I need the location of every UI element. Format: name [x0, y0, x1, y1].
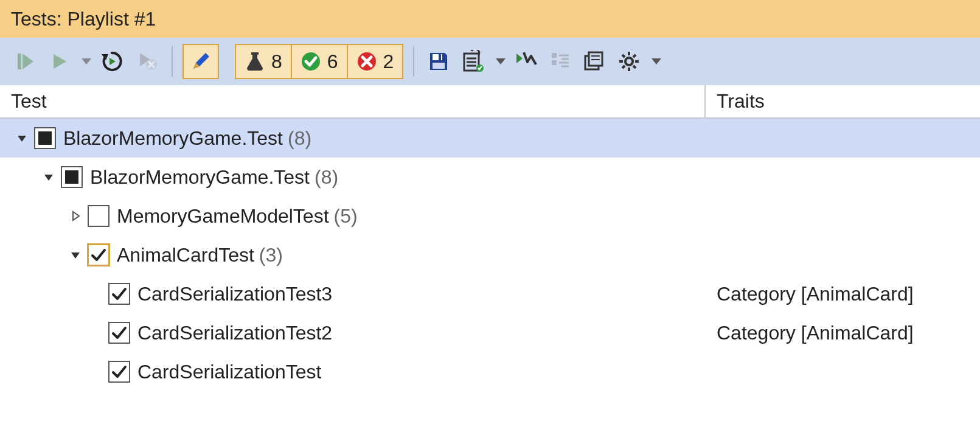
tree-node-count: (5)	[334, 205, 358, 228]
test-count-bar: 8 6 2	[235, 44, 403, 79]
tree-node-count: (8)	[288, 127, 311, 150]
save-playlist-button[interactable]	[424, 46, 453, 77]
tree-node-count: (8)	[315, 166, 338, 189]
svg-point-13	[625, 58, 633, 65]
tree-node-count: (3)	[259, 244, 283, 266]
tree-row-test[interactable]: CardSerializationTest2 Category [AnimalC…	[0, 313, 980, 352]
column-header-test[interactable]: Test	[0, 85, 706, 117]
trait-label: Category [AnimalCard]	[717, 322, 914, 344]
tree-node-label: MemoryGameModelTest	[117, 205, 329, 228]
tree-node-label: CardSerializationTest2	[137, 322, 332, 344]
tree-node-label: AnimalCardTest	[117, 244, 254, 266]
svg-rect-1	[251, 52, 259, 55]
tree-row-group[interactable]: AnimalCardTest (3)	[0, 235, 980, 274]
column-header-test-label: Test	[11, 90, 47, 113]
group-by-button[interactable]	[546, 46, 575, 77]
tree-row-namespace[interactable]: BlazorMemoryGame.Test (8)	[0, 158, 980, 197]
window-title: Tests: Playlist #1	[11, 8, 156, 30]
playlist-button[interactable]	[458, 46, 488, 77]
total-count: 8	[271, 50, 282, 73]
test-tree: BlazorMemoryGame.Test (8) BlazorMemoryGa…	[0, 119, 980, 391]
tree-row-test[interactable]: CardSerializationTest3 Category [AnimalC…	[0, 274, 980, 313]
column-header-traits-label: Traits	[717, 90, 765, 113]
columns-button[interactable]	[580, 46, 609, 77]
tree-row-group[interactable]: MemoryGameModelTest (5)	[0, 197, 980, 235]
tree-node-label: BlazorMemoryGame.Test	[63, 127, 283, 150]
tree-row-root[interactable]: BlazorMemoryGame.Test (8)	[0, 119, 980, 158]
total-tests-filter[interactable]: 8	[235, 44, 292, 79]
toolbar: 8 6 2	[0, 38, 980, 85]
repeat-last-run-button[interactable]	[96, 46, 128, 77]
svg-rect-10	[552, 60, 557, 65]
toolbar-separator	[172, 46, 173, 77]
settings-dropdown-caret[interactable]	[652, 58, 661, 64]
expander-collapsed-icon[interactable]	[68, 209, 83, 223]
checkbox-indeterminate[interactable]	[34, 127, 56, 149]
column-header-traits[interactable]: Traits	[706, 85, 980, 117]
run-all-in-view-button[interactable]	[11, 46, 40, 77]
edit-playlist-button[interactable]	[182, 44, 219, 79]
playlist-dropdown-caret[interactable]	[496, 58, 506, 64]
expander-icon[interactable]	[15, 131, 29, 145]
run-profiler-button[interactable]	[510, 46, 541, 77]
checkbox-checked[interactable]	[108, 361, 130, 383]
tree-row-test[interactable]: CardSerializationTest	[0, 352, 980, 391]
settings-button[interactable]	[614, 46, 644, 77]
flask-icon	[245, 51, 265, 72]
checkbox-unchecked[interactable]	[88, 205, 109, 227]
expander-icon[interactable]	[41, 170, 56, 184]
expander-icon[interactable]	[68, 248, 83, 262]
svg-rect-6	[433, 63, 445, 69]
trait-label: Category [AnimalCard]	[717, 283, 914, 305]
run-button[interactable]	[45, 46, 74, 77]
checkbox-checked[interactable]	[108, 283, 130, 305]
passed-tests-filter[interactable]: 6	[292, 44, 348, 79]
passed-count: 6	[327, 50, 338, 73]
checkbox-checked[interactable]	[88, 244, 109, 266]
tree-node-label: CardSerializationTest3	[137, 283, 332, 305]
svg-rect-9	[552, 53, 557, 58]
tree-node-label: CardSerializationTest	[137, 361, 321, 383]
checkbox-checked[interactable]	[108, 322, 130, 344]
svg-rect-5	[439, 54, 441, 60]
toolbar-separator	[413, 46, 414, 77]
window-title-bar: Tests: Playlist #1	[0, 0, 980, 38]
failed-tests-filter[interactable]: 2	[348, 44, 404, 79]
tree-node-label: BlazorMemoryGame.Test	[90, 166, 310, 189]
cancel-run-button[interactable]	[133, 46, 162, 77]
checkbox-indeterminate[interactable]	[61, 166, 83, 188]
column-headers: Test Traits	[0, 85, 980, 119]
failed-count: 2	[383, 50, 394, 73]
run-dropdown-caret[interactable]	[82, 58, 91, 64]
check-circle-icon	[301, 51, 321, 72]
x-circle-icon	[356, 51, 377, 72]
